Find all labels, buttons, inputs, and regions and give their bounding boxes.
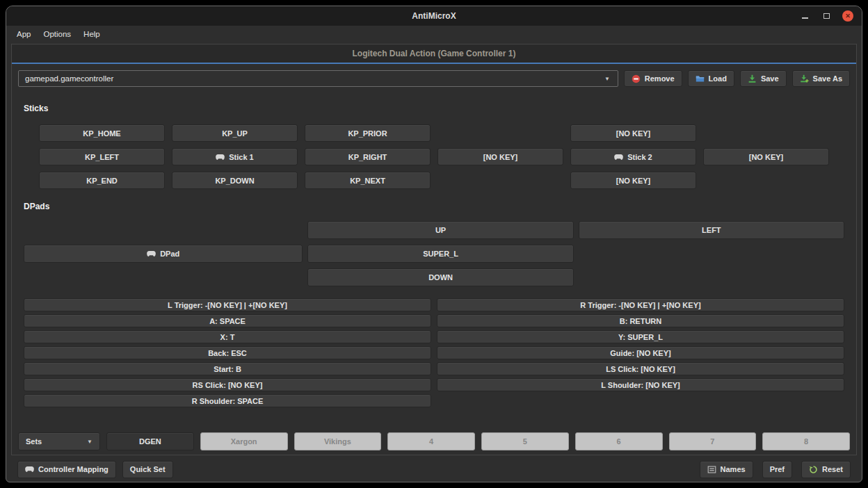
start-button[interactable]: Start: B	[24, 362, 431, 375]
controller-mapping-button[interactable]: Controller Mapping	[17, 461, 116, 478]
grid-spacer	[703, 124, 829, 142]
back-button[interactable]: Back: ESC	[24, 346, 431, 359]
r-trigger-button[interactable]: R Trigger: -[NO KEY] | +[NO KEY]	[437, 298, 844, 311]
reset-button[interactable]: Reset	[801, 461, 851, 478]
save-icon	[748, 74, 757, 83]
grid-spacer	[703, 172, 829, 189]
maximize-icon	[823, 13, 830, 19]
controller-mapping-label: Controller Mapping	[38, 465, 108, 473]
sets-dropdown-button[interactable]: Sets ▼	[18, 432, 100, 450]
y-button[interactable]: Y: SUPER_L	[437, 330, 844, 343]
stick1-up-button[interactable]: KP_UP	[172, 124, 298, 142]
close-button[interactable]: ✕	[842, 10, 853, 22]
controller-tab-label: Logitech Dual Action (Game Controller 1)	[353, 49, 516, 58]
b-button[interactable]: B: RETURN	[437, 314, 844, 327]
gamepad-icon	[147, 250, 156, 257]
l-trigger-button[interactable]: L Trigger: -[NO KEY] | +[NO KEY]	[24, 298, 431, 311]
save-as-button[interactable]: Save As	[792, 70, 850, 87]
rs-click-button[interactable]: RS Click: [NO KEY]	[24, 378, 431, 391]
dpad-up-button[interactable]: UP	[307, 221, 573, 239]
reset-button-label: Reset	[822, 465, 843, 473]
window-title: AntiMicroX	[6, 11, 862, 21]
menu-item-help[interactable]: Help	[77, 28, 106, 40]
names-icon	[707, 465, 716, 474]
reset-icon	[809, 465, 818, 474]
sets-row: Sets ▼ DGEN Xargon Vikings 4 5 6 7 8	[18, 432, 850, 450]
pref-button[interactable]: Pref	[762, 461, 792, 478]
names-button[interactable]: Names	[700, 461, 753, 478]
folder-open-icon	[696, 74, 705, 83]
dpad-grid: UP LEFT DPad SUPER_L DOWN	[24, 221, 844, 286]
menubar: App Options Help	[6, 26, 862, 42]
set-tab-2[interactable]: Xargon	[200, 432, 288, 450]
stick1-down-left-button[interactable]: KP_END	[39, 172, 165, 189]
stick2-up-button[interactable]: [NO KEY]	[570, 124, 696, 142]
ls-click-button[interactable]: LS Click: [NO KEY]	[437, 362, 844, 375]
load-button-label: Load	[709, 74, 727, 83]
l-shoulder-button[interactable]: L Shoulder: [NO KEY]	[437, 378, 844, 391]
gamepad-icon	[25, 466, 34, 473]
profile-combo-value: gamepad.gamecontroller	[25, 74, 113, 83]
profile-combobox[interactable]: gamepad.gamecontroller ▼	[18, 70, 618, 87]
grid-spacer	[437, 394, 844, 407]
names-button-label: Names	[721, 465, 746, 473]
set-tab-6[interactable]: 6	[575, 432, 663, 450]
set-tab-4[interactable]: 4	[387, 432, 475, 450]
load-button[interactable]: Load	[688, 70, 734, 87]
remove-button[interactable]: Remove	[624, 70, 682, 87]
stick1-label: Stick 1	[229, 153, 253, 161]
app-window: AntiMicroX ✕ App Options Help Logitech D…	[6, 6, 862, 482]
dpad-down-button[interactable]: DOWN	[307, 268, 573, 286]
sticks-heading: Sticks	[24, 104, 850, 113]
stick2-down-button[interactable]: [NO KEY]	[570, 172, 696, 189]
stick2-left-button[interactable]: [NO KEY]	[437, 148, 563, 165]
save-as-button-label: Save As	[813, 74, 842, 83]
stick1-down-button[interactable]: KP_DOWN	[172, 172, 298, 189]
a-button[interactable]: A: SPACE	[24, 314, 431, 327]
stick1-right-button[interactable]: KP_RIGHT	[305, 148, 431, 165]
set-tab-7[interactable]: 7	[669, 432, 757, 450]
stick1-up-left-button[interactable]: KP_HOME	[39, 124, 165, 142]
remove-button-label: Remove	[645, 74, 675, 83]
window-controls: ✕	[799, 10, 862, 22]
titlebar: AntiMicroX ✕	[6, 6, 862, 26]
x-button[interactable]: X: T	[24, 330, 431, 343]
dpad-button[interactable]: DPad	[24, 245, 303, 263]
profile-row: gamepad.gamecontroller ▼ Remove Load Sav…	[18, 70, 850, 87]
save-as-icon	[800, 74, 809, 83]
controller-tabpane: Logitech Dual Action (Game Controller 1)…	[11, 44, 857, 455]
dpad-right-button[interactable]: SUPER_L	[307, 245, 573, 263]
maximize-button[interactable]	[821, 10, 832, 22]
gamepad-icon	[216, 154, 225, 161]
gamepad-icon	[614, 154, 623, 161]
menu-item-options[interactable]: Options	[37, 28, 77, 40]
stick2-label: Stick 2	[627, 153, 652, 161]
stick2-right-button[interactable]: [NO KEY]	[703, 148, 829, 165]
dpad-left-button[interactable]: LEFT	[579, 221, 844, 239]
r-shoulder-button[interactable]: R Shoulder: SPACE	[24, 394, 431, 407]
close-icon: ✕	[845, 13, 851, 19]
remove-icon	[632, 74, 641, 83]
quick-set-button[interactable]: Quick Set	[122, 461, 173, 478]
set-tab-1[interactable]: DGEN	[106, 432, 194, 450]
set-tab-3[interactable]: Vikings	[294, 432, 382, 450]
grid-spacer	[437, 124, 563, 142]
stick1-up-right-button[interactable]: KP_PRIOR	[305, 124, 431, 142]
grid-spacer	[437, 172, 563, 189]
menu-item-app[interactable]: App	[10, 28, 37, 40]
minimize-icon	[802, 17, 808, 19]
bottom-bar: Controller Mapping Quick Set Names Pref …	[17, 460, 851, 478]
stick1-down-right-button[interactable]: KP_NEXT	[305, 172, 431, 189]
sets-dropdown-label: Sets	[26, 437, 42, 446]
minimize-button[interactable]	[799, 10, 810, 22]
set-tab-5[interactable]: 5	[481, 432, 569, 450]
stick1-button[interactable]: Stick 1	[172, 148, 298, 165]
save-button[interactable]: Save	[740, 70, 787, 87]
stick1-left-button[interactable]: KP_LEFT	[39, 148, 165, 165]
set-tab-8[interactable]: 8	[762, 432, 850, 450]
controller-tab[interactable]: Logitech Dual Action (Game Controller 1)	[12, 44, 856, 64]
stick2-button[interactable]: Stick 2	[570, 148, 696, 165]
save-button-label: Save	[761, 74, 779, 83]
chevron-down-icon: ▼	[604, 76, 611, 82]
guide-button[interactable]: Guide: [NO KEY]	[437, 346, 844, 359]
